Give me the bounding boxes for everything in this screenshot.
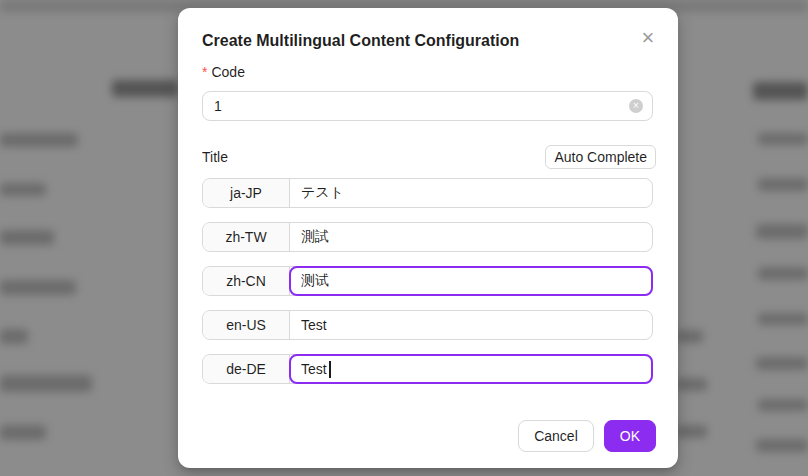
locale-input-wrap	[290, 355, 652, 383]
title-input-en-us[interactable]	[290, 311, 652, 339]
clear-x-glyph: ×	[633, 101, 639, 111]
code-field-label: *Code	[202, 63, 245, 81]
ok-button[interactable]: OK	[604, 420, 656, 452]
title-input-zh-tw[interactable]	[290, 223, 652, 251]
locale-input-wrap	[290, 311, 652, 339]
code-label-text: Code	[211, 64, 244, 80]
title-input-de-de[interactable]	[290, 355, 652, 383]
create-multilingual-config-modal: Create Multilingual Content Configuratio…	[178, 8, 678, 468]
locale-input-wrap	[290, 267, 652, 295]
modal-footer: Cancel OK	[518, 420, 656, 452]
code-input[interactable]	[203, 92, 629, 120]
locale-code-addon: en-US	[203, 311, 290, 339]
locale-code-addon: zh-CN	[203, 267, 290, 295]
code-input-group: ×	[202, 91, 653, 121]
required-mark: *	[202, 64, 207, 80]
locale-row-zh-cn: zh-CN	[202, 266, 653, 296]
locale-code-addon: de-DE	[203, 355, 290, 383]
locale-row-en-us: en-US	[202, 310, 653, 340]
cancel-button[interactable]: Cancel	[518, 420, 594, 452]
clear-icon[interactable]: ×	[629, 99, 643, 113]
close-icon[interactable]: ×	[634, 24, 662, 52]
locale-row-de-de: de-DE	[202, 354, 653, 384]
auto-complete-button[interactable]: Auto Complete	[545, 145, 656, 169]
app-stage: Create Multilingual Content Configuratio…	[0, 0, 808, 476]
locale-row-ja-jp: ja-JP	[202, 178, 653, 208]
locale-code-addon: ja-JP	[203, 179, 290, 207]
locale-row-zh-tw: zh-TW	[202, 222, 653, 252]
modal-title: Create Multilingual Content Configuratio…	[202, 29, 622, 53]
locale-input-wrap	[290, 179, 652, 207]
title-field-label: Title	[202, 148, 228, 166]
locale-code-addon: zh-TW	[203, 223, 290, 251]
title-input-zh-cn[interactable]	[290, 267, 652, 295]
locale-input-wrap	[290, 223, 652, 251]
title-input-ja-jp[interactable]	[290, 179, 652, 207]
